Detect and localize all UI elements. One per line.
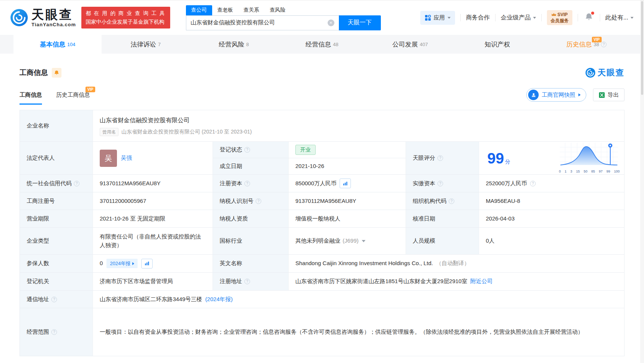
registration-authority-cell: 济南市历下区市场监督管理局: [93, 273, 213, 290]
help-icon[interactable]: [51, 297, 57, 302]
svip-membership-button[interactable]: SVIP 会员服务: [547, 10, 572, 25]
chevron-down-icon[interactable]: [362, 240, 365, 242]
legal-representative-link[interactable]: 吴强: [121, 154, 132, 162]
registration-number-cell: 370112000005967: [93, 192, 213, 210]
promo-line-2: 国家中小企业发展子基金旗下机构: [86, 18, 166, 26]
subtab-history-business-info[interactable]: 历史工商信息 VIP: [56, 92, 90, 105]
subscribe-bell-icon[interactable]: [52, 68, 61, 78]
search-tab-relation[interactable]: 查关系: [238, 5, 265, 15]
business-scope-cell: 一般项目：以自有资金从事投资活动；财务咨询；企业管理咨询；信息咨询服务（不含许可…: [93, 308, 624, 356]
search-input[interactable]: [186, 15, 339, 30]
score-chart-ticks: 0131550859799100: [559, 169, 620, 174]
help-icon[interactable]: [244, 279, 250, 284]
scrollbar[interactable]: [640, 0, 644, 363]
business-info-table: 企业名称 山东省财金信融投资控股有限公司 曾用名 山东省财金政企投资控股有限公司…: [19, 110, 625, 356]
help-icon[interactable]: [74, 181, 79, 186]
table-row: 工商注册号 370112000005967 纳税人识别号 91370112MA9…: [20, 192, 624, 210]
search-tab-company[interactable]: 查公司: [186, 5, 212, 15]
search-tab-boss[interactable]: 查老板: [212, 5, 238, 15]
company-type-cell: 有限责任公司（非自然人投资或控股的法人独资）: [93, 228, 213, 254]
field-label: 参保人数: [20, 255, 93, 272]
search-tab-risk[interactable]: 查风险: [265, 5, 291, 15]
stamp-icon: [528, 90, 539, 100]
tianyancha-logo-icon: [10, 9, 28, 26]
field-label: 英文名称: [213, 255, 289, 272]
avatar[interactable]: 吴: [100, 150, 117, 167]
help-icon[interactable]: [601, 42, 607, 47]
table-row: 企业类型 有限责任公司（非自然人投资或控股的法人独资） 国标行业 其他未列明金融…: [20, 228, 624, 255]
help-icon[interactable]: [51, 329, 57, 335]
search-button[interactable]: 天眼一下: [339, 15, 381, 30]
help-icon[interactable]: [437, 155, 443, 161]
status-date-column: 登记状态 开业 成立日期 2021-10-26: [213, 142, 406, 174]
field-label: 统一社会信用代码: [20, 175, 93, 192]
help-icon[interactable]: [244, 147, 250, 153]
tab-operation-risk[interactable]: 经营风险 8: [190, 35, 278, 54]
vip-badge: VIP: [592, 37, 602, 42]
english-name-cell: Shandong Caijin Xinrong Investment Holdi…: [289, 255, 624, 272]
field-label: 纳税人资质: [213, 210, 289, 227]
nearby-companies-link[interactable]: 附近公司: [470, 277, 493, 286]
credit-code-cell: 91370112MA956EAU8Y: [93, 175, 213, 192]
score-value: 99分: [487, 151, 511, 166]
status-badge: 开业: [295, 145, 316, 155]
registration-status-cell: 开业: [289, 142, 406, 158]
capital-trend-icon[interactable]: [340, 178, 351, 188]
export-button[interactable]: 导出: [593, 88, 625, 101]
section-tab-bar: 基本信息 104 法律诉讼 7 经营风险 8 经营信息 48 公司发展 407 …: [0, 35, 644, 54]
insured-count-cell: 0 2024年报: [93, 255, 213, 272]
subtab-label: 历史工商信息: [56, 92, 90, 98]
field-label: 实缴资本: [406, 175, 479, 192]
field-label: 企业类型: [20, 228, 93, 254]
scrollbar-thumb[interactable]: [641, 1, 643, 95]
annual-report-chip[interactable]: 2024年报: [106, 259, 138, 268]
search-box: 天眼一下: [186, 15, 381, 30]
divider: [578, 14, 578, 21]
industry-cell: 其他未列明金融业 (J699): [289, 228, 406, 254]
field-label: 组织机构代码: [406, 192, 479, 210]
registered-address-cell: 山东省济南市历下区姚家街道山左路1851号山东财金大厦29层2910室 附近公司: [289, 273, 624, 290]
field-label: 国标行业: [213, 228, 289, 254]
apps-menu-button[interactable]: 应用: [420, 11, 455, 25]
tab-operation-info[interactable]: 经营信息 48: [278, 35, 366, 54]
insured-trend-icon[interactable]: [141, 259, 153, 268]
help-icon[interactable]: [244, 181, 250, 186]
field-label: 成立日期: [213, 158, 289, 174]
official-snapshot-button[interactable]: 工商官网快照: [526, 88, 586, 102]
taxpayer-id-cell: 91370112MA956EAU8Y: [289, 192, 406, 210]
score-cell: 99分: [479, 142, 624, 174]
tianyancha-watermark: 天眼查: [586, 67, 625, 78]
annual-report-link[interactable]: (2024年报): [205, 295, 232, 304]
logo-domain-text: TianYanCha.com: [31, 22, 76, 27]
arrow-right-icon: [132, 262, 134, 265]
help-icon[interactable]: [437, 181, 443, 186]
tab-legal-litigation[interactable]: 法律诉讼 7: [102, 35, 190, 54]
table-row: 参保人数 0 2024年报 英文名称 Shandong Caijin Xinro…: [20, 255, 624, 273]
tab-intellectual-property[interactable]: 知识产权: [454, 35, 542, 54]
more-label: 此处有...: [605, 14, 628, 22]
auto-translate-note: （自动翻译）: [436, 259, 470, 268]
clear-search-icon[interactable]: [328, 20, 334, 26]
tianyancha-logo[interactable]: 天眼查 TianYanCha.com: [10, 8, 76, 27]
subtab-business-info[interactable]: 工商信息: [19, 92, 42, 105]
table-row: 法定代表人 吴 吴强 登记状态 开业 成立日期 2021-10-26: [20, 142, 624, 175]
export-label: 导出: [608, 92, 619, 99]
industry-code: (J699): [343, 237, 359, 245]
help-icon[interactable]: [256, 198, 261, 204]
notification-bell-icon[interactable]: [585, 13, 593, 22]
help-icon[interactable]: [530, 181, 536, 186]
tab-history-info[interactable]: 历史信息 VIP 38: [542, 35, 631, 54]
help-icon[interactable]: [449, 198, 454, 204]
nav-more-menu[interactable]: 此处有...: [605, 14, 634, 22]
tab-basic-info[interactable]: 基本信息 104: [13, 35, 102, 54]
nav-business-cooperation[interactable]: 商务合作: [466, 14, 490, 22]
approval-date-cell: 2026-04-03: [479, 210, 624, 227]
company-name-cell: 山东省财金信融投资控股有限公司 曾用名 山东省财金政企投资控股有限公司 (202…: [93, 110, 624, 141]
table-row: 统一社会信用代码 91370112MA956EAU8Y 注册资本 850000万…: [20, 175, 624, 192]
nav-enterprise-products[interactable]: 企业级产品: [501, 14, 536, 22]
field-label: 经营范围: [20, 308, 93, 356]
tab-company-development[interactable]: 公司发展 407: [366, 35, 454, 54]
field-label: 登记状态: [213, 142, 289, 158]
notification-dot: [591, 12, 594, 15]
table-row: 企业名称 山东省财金信融投资控股有限公司 曾用名 山东省财金政企投资控股有限公司…: [20, 110, 624, 142]
